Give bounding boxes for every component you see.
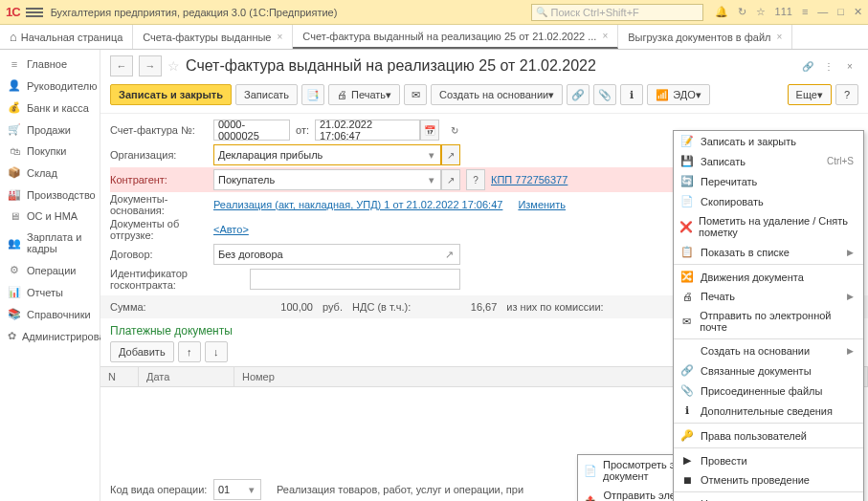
nav-catalogs[interactable]: 📚Справочники [0,303,100,325]
info-button[interactable]: ℹ [620,84,643,105]
menu-item-icon: ❌ [679,221,693,233]
sum-value: 100,00 [217,301,313,313]
print-button[interactable]: 🖨 Печать ▾ [328,84,400,105]
id-gk-input[interactable] [250,269,460,290]
mi-скопировать[interactable]: 📄Скопировать [674,191,863,211]
contr-help-icon[interactable]: ? [466,169,485,190]
nav-reports[interactable]: 📊Отчеты [0,281,100,303]
save-button[interactable]: Записать [235,84,298,105]
mi-пометить-на-удаление-сня[interactable]: ❌Пометить на удаление / Снять пометку [674,211,863,242]
nav-production[interactable]: 🏭Производство [0,184,100,206]
chart-icon: 📊 [8,286,21,298]
contract-input[interactable]: Без договора↗ [213,244,460,265]
bell-icon[interactable]: 🔔 [715,6,728,18]
global-search[interactable]: Поиск Ctrl+Shift+F [531,4,703,21]
close-icon[interactable]: × [776,32,782,42]
op-code-input[interactable]: 01▾ [213,479,261,500]
contr-input[interactable]: Покупатель▾ [213,169,441,190]
nav-operations[interactable]: ⚙Операции [0,259,100,281]
nav-hr[interactable]: 👥Зарплата и кадры [0,227,100,259]
move-up-button[interactable]: ↑ [178,341,201,362]
mi-перечитать[interactable]: 🔄Перечитать [674,171,863,191]
nav-main[interactable]: ≡Главное [0,54,100,75]
post-button[interactable]: 📑 [301,84,324,105]
mi-отменить-проведение[interactable]: ⏹Отменить проведение [674,470,863,490]
history-icon[interactable]: ↻ [738,6,746,18]
menu-item-icon: 📋 [679,246,695,258]
mi-связанные-документы[interactable]: 🔗Связанные документы [674,360,863,381]
close-doc-icon[interactable]: × [841,57,858,75]
create-based-button[interactable]: Создать на основании ▾ [431,84,563,105]
link-icon[interactable]: 🔗 [799,57,816,75]
doc-ship-link[interactable]: <Авто> [213,224,249,235]
titlebar-icons: 🔔 ↻ ☆ 111 ≡ — □ ✕ [715,6,862,18]
nav-purchases[interactable]: 🛍Покупки [0,141,100,162]
mi-печать[interactable]: 🖨Печать▶ [674,287,863,306]
star-count: 111 [775,6,792,18]
star-icon[interactable]: ☆ [756,6,766,18]
add-button[interactable]: Добавить [110,341,174,362]
sf-date-input[interactable]: 21.02.2022 17:06:47 [315,120,420,141]
open-icon[interactable]: ↗ [443,249,456,261]
edo-button[interactable]: 📶 ЭДО ▾ [647,84,710,105]
mi-создать-на-основании[interactable]: Создать на основании▶ [674,341,863,360]
mi-отправить-по-электронной[interactable]: ✉Отправить по электронной почте [674,306,863,337]
mi-показать-в-списке[interactable]: 📋Показать в списке▶ [674,242,863,262]
sf-num-input[interactable]: 0000-0000025 [213,120,290,141]
more-button[interactable]: Еще ▾ [788,84,832,105]
mi-права-пользователей[interactable]: 🔑Права пользователей [674,425,863,446]
forward-button[interactable]: → [139,55,162,76]
close-icon[interactable]: × [277,32,282,42]
change-link[interactable]: Изменить [518,199,566,210]
nav-admin[interactable]: ✿Администрирование [0,325,100,347]
books-icon: 📚 [8,308,21,320]
calendar-icon[interactable]: 📅 [420,120,439,141]
org-open-icon[interactable]: ↗ [441,144,460,165]
maximize-icon[interactable]: □ [837,6,844,18]
mi-провести[interactable]: ▶Провести [674,450,863,470]
mi-присоединенные-файлы[interactable]: 📎Присоединенные файлы [674,381,863,401]
menu-item-icon: 💾 [679,155,695,167]
nav-sales[interactable]: 🛒Продажи [0,119,100,141]
menu-icon[interactable]: ≡ [802,6,808,18]
main-content: ← → ☆ Счет-фактура выданный на реализаци… [100,50,868,501]
help-button[interactable]: ? [835,84,858,105]
mi-дополнительные-сведения[interactable]: ℹДополнительные сведения [674,401,863,421]
chevron-down-icon[interactable]: ▾ [247,484,256,496]
mi-новости[interactable]: Новости [674,494,863,501]
chevron-down-icon[interactable]: ▾ [427,149,436,162]
doc-osn-link[interactable]: Реализация (акт, накладная, УПД) 1 от 21… [213,199,502,210]
contr-open-icon[interactable]: ↗ [441,169,460,190]
move-down-button[interactable]: ↓ [205,341,228,362]
close-icon[interactable]: × [602,31,608,41]
options-icon[interactable]: ⋮ [820,57,837,75]
close-window-icon[interactable]: ✕ [854,6,862,18]
email-button[interactable]: ✉ [404,84,427,105]
tab-invoices[interactable]: Счета-фактуры выданные× [133,25,293,49]
related-button[interactable]: 🔗 [567,84,590,105]
chevron-down-icon[interactable]: ▾ [427,174,436,186]
nds-label: НДС (в т.ч.): [352,301,411,313]
org-input[interactable]: Декларация прибыль▾ [213,144,441,165]
org-label: Организация: [110,149,208,161]
bag-icon: 🛍 [8,145,21,157]
burger-icon[interactable] [26,4,43,21]
mi-записать[interactable]: 💾ЗаписатьCtrl+S [674,151,863,171]
tab-invoice-doc[interactable]: Счет-фактура выданный на реализацию 25 о… [293,25,618,49]
nav-bank[interactable]: 💰Банк и касса [0,97,100,119]
tab-export[interactable]: Выгрузка документов в файл× [618,25,792,49]
nav-manager[interactable]: 👤Руководителю [0,75,100,97]
titlebar: 1C Бухгалтерия предприятия, редакция 3.0… [0,0,868,25]
minimize-icon[interactable]: — [817,6,828,18]
tab-home[interactable]: Начальная страница [0,25,133,49]
save-close-button[interactable]: Записать и закрыть [110,84,232,105]
refresh-icon[interactable]: ↻ [445,120,464,141]
favorite-icon[interactable]: ☆ [167,58,180,74]
kpp-link[interactable]: КПП 772756377 [491,174,568,185]
mi-записать-и-закрыть[interactable]: 📝Записать и закрыть [674,131,863,151]
back-button[interactable]: ← [110,55,133,76]
nav-assets[interactable]: 🖥ОС и НМА [0,206,100,227]
nav-warehouse[interactable]: 📦Склад [0,162,100,184]
attach-button[interactable]: 📎 [593,84,616,105]
mi-движения-документа[interactable]: 🔀Движения документа [674,267,863,287]
